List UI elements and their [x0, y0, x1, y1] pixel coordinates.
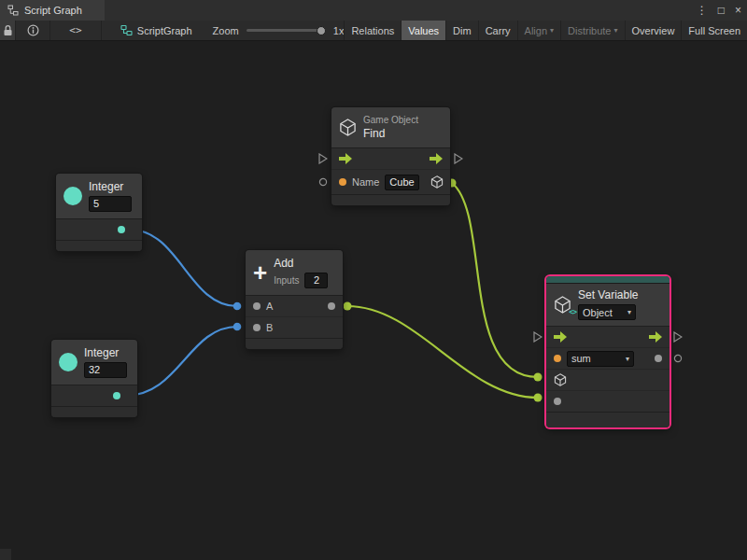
- zoom-slider-handle[interactable]: [317, 26, 326, 35]
- inputs-count-input[interactable]: 2: [304, 273, 328, 288]
- integer-output-port[interactable]: [113, 392, 120, 399]
- gameobject-icon: [339, 119, 357, 136]
- zoom-slider[interactable]: [247, 21, 326, 40]
- window-menu-icon[interactable]: ⋮: [697, 0, 708, 21]
- tab-title: Script Graph: [24, 5, 82, 16]
- port-a-label: A: [266, 301, 273, 312]
- flow-in-arrow-icon[interactable]: [339, 153, 352, 164]
- flow-out-connection-point[interactable]: [673, 331, 683, 343]
- distribute-button[interactable]: Distribute ▾: [560, 21, 624, 40]
- carry-button[interactable]: Carry: [478, 21, 517, 40]
- chevron-down-icon: ▾: [614, 27, 618, 35]
- add-node[interactable]: + Add Inputs 2 A B: [246, 250, 343, 349]
- result-output-port[interactable]: [430, 175, 444, 189]
- input-b-port[interactable]: [253, 324, 261, 331]
- zoom-value: 1x: [333, 21, 345, 40]
- node-title: Set Variable: [578, 289, 638, 301]
- name-value-input[interactable]: Cube: [385, 175, 418, 190]
- align-button[interactable]: Align ▾: [517, 21, 560, 40]
- tab-script-graph[interactable]: Script Graph: [0, 0, 105, 21]
- name-input-port[interactable]: [339, 178, 346, 186]
- code-badge-icon: <>: [569, 308, 576, 316]
- add-input-a-row: A: [246, 295, 343, 316]
- node-footer: [331, 194, 450, 205]
- value-input-port[interactable]: [554, 398, 561, 405]
- flow-in-arrow-icon[interactable]: [554, 331, 567, 343]
- flow-in-connection-point[interactable]: [318, 153, 328, 164]
- flow-out-arrow-icon[interactable]: [430, 153, 443, 164]
- values-button[interactable]: Values: [401, 21, 445, 40]
- canvas-corner: [0, 549, 11, 560]
- flow-out-arrow-icon[interactable]: [649, 331, 662, 343]
- flow-out-connection-point[interactable]: [454, 153, 463, 164]
- close-icon[interactable]: ×: [735, 0, 741, 21]
- graph-toolbar: <> ScriptGraph Zoom 1x Relations Values: [0, 21, 747, 41]
- sum-output-port[interactable]: [328, 302, 335, 310]
- overview-button[interactable]: Overview: [625, 21, 682, 40]
- integer-node-32[interactable]: Integer 32: [51, 340, 137, 417]
- variable-name-dropdown[interactable]: sum ▾: [567, 351, 634, 367]
- chevron-down-icon: ▾: [550, 27, 554, 35]
- integer-type-icon: [63, 187, 82, 205]
- zoom-label: Zoom: [213, 21, 239, 40]
- graph-name-label: ScriptGraph: [137, 25, 192, 36]
- input-a-port[interactable]: [253, 302, 261, 310]
- node-footer: [56, 240, 142, 251]
- integer-output-row: [51, 385, 137, 406]
- port-b-label: B: [266, 322, 273, 333]
- add-input-b-row: B: [246, 316, 343, 338]
- integer-type-icon: [59, 353, 78, 371]
- node-footer: [546, 412, 669, 427]
- setvar-flow-row: [546, 326, 669, 347]
- integer-output-port[interactable]: [118, 226, 125, 233]
- setvar-value-row: [546, 390, 669, 412]
- title-bar: Script Graph ⋮ □ ×: [0, 0, 747, 21]
- value-output-port[interactable]: [655, 355, 662, 362]
- value-out-connection-point[interactable]: [673, 354, 683, 363]
- node-footer: [51, 406, 137, 417]
- flow-in-connection-point[interactable]: [533, 331, 543, 343]
- code-icon: <>: [69, 24, 81, 36]
- node-footer: [246, 338, 343, 349]
- node-title: Integer: [84, 347, 127, 359]
- variable-name-port[interactable]: [554, 355, 561, 362]
- setvar-name-row: sum ▾: [546, 347, 669, 369]
- gameobject-find-node[interactable]: Game Object Find Name Cu: [331, 107, 450, 205]
- toolbar-button-group: Relations Values Dim Carry Align ▾ Distr…: [344, 21, 747, 40]
- graph-breadcrumb[interactable]: ScriptGraph: [120, 21, 192, 40]
- variable-scope-dropdown[interactable]: Object ▾: [578, 304, 636, 320]
- integer-node-5[interactable]: Integer 5: [56, 174, 142, 251]
- inputs-label: Inputs: [274, 275, 299, 286]
- variable-kind-strip: [546, 276, 669, 284]
- integer-value-input[interactable]: 32: [84, 362, 127, 378]
- integer-output-row: [56, 218, 142, 240]
- script-graph-icon: [120, 24, 133, 36]
- node-title: Find: [363, 128, 418, 140]
- zoom-slider-track: [247, 29, 326, 32]
- name-label: Name: [352, 176, 379, 188]
- lock-icon: [3, 24, 13, 36]
- set-variable-node[interactable]: <> Set Variable Object ▾: [546, 276, 669, 427]
- find-name-row: Name Cube: [331, 169, 450, 194]
- node-title: Integer: [89, 181, 132, 193]
- node-category: Game Object: [363, 115, 418, 125]
- node-title: Add: [274, 258, 328, 270]
- object-input-port[interactable]: [554, 373, 567, 386]
- dim-button[interactable]: Dim: [445, 21, 478, 40]
- find-flow-row: [331, 147, 450, 169]
- integer-value-input[interactable]: 5: [89, 196, 132, 212]
- set-variable-icon: <>: [554, 296, 571, 314]
- script-graph-window: Script Graph ⋮ □ × <>: [0, 0, 747, 560]
- relations-button[interactable]: Relations: [344, 21, 401, 40]
- lock-button[interactable]: [0, 21, 16, 40]
- add-icon: +: [253, 261, 267, 284]
- edit-script-button[interactable]: <>: [50, 21, 102, 40]
- name-connection-point[interactable]: [318, 177, 328, 187]
- chevron-down-icon: ▾: [626, 355, 629, 363]
- maximize-icon[interactable]: □: [718, 0, 725, 21]
- fullscreen-button[interactable]: Full Screen: [681, 21, 747, 40]
- chevron-down-icon: ▾: [627, 308, 631, 316]
- window-controls: ⋮ □ ×: [697, 0, 741, 21]
- inspect-button[interactable]: [16, 21, 50, 40]
- graph-tab-icon: [7, 5, 19, 16]
